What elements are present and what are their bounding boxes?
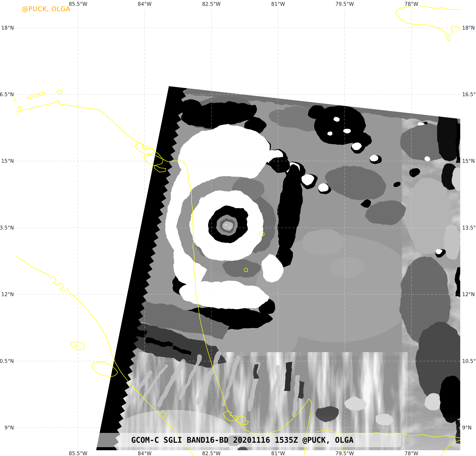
tick-right-10-5n: 10.5°N [462, 358, 476, 364]
tick-left-9n: 9°N [4, 425, 14, 430]
tick-right-15n: 15°N [462, 158, 475, 164]
tick-bottom-85-5w: 85.5°W [69, 451, 87, 456]
tick-left-12n: 12°N [1, 292, 14, 297]
tick-top-79-5w: 79.5°W [335, 1, 354, 7]
tick-left-18n: 18°N [1, 25, 14, 31]
island-roatan [27, 92, 45, 99]
tick-left-15n: 15°N [1, 158, 14, 164]
tick-top-81w: 81°W [271, 1, 285, 7]
satellite-map-figure: @PUCK, OLGA GCOM-C SGLI BAND16-BD 202011… [0, 0, 476, 456]
tick-right-9n: 9°N [462, 425, 472, 430]
tick-bottom-78w: 78°W [404, 451, 418, 456]
tick-bottom-82-5w: 82.5°W [202, 451, 221, 456]
tick-left-13-5n: 13.5°N [0, 225, 14, 231]
tick-top-84w: 84°W [138, 1, 152, 7]
tick-bottom-84w: 84°W [138, 451, 152, 456]
tick-left-16-5n: 16.5°N [0, 92, 14, 97]
map-canvas [0, 0, 476, 456]
storm-tag-annotation: @PUCK, OLGA [22, 5, 70, 13]
tick-right-12n: 12°N [462, 292, 475, 297]
tick-top-78w: 78°W [404, 1, 418, 7]
tick-right-16-5n: 16.5°N [462, 92, 476, 97]
tick-bottom-79-5w: 79.5°W [335, 451, 354, 456]
island-guanaja [57, 90, 63, 94]
figure-title: GCOM-C SGLI BAND16-BD 20201116 1535Z @PU… [131, 436, 354, 444]
title-band: GCOM-C SGLI BAND16-BD 20201116 1535Z @PU… [84, 433, 401, 447]
island-utila [18, 107, 21, 109]
tick-right-18n: 18°N [462, 25, 475, 31]
tick-left-10-5n: 10.5°N [0, 358, 14, 364]
tick-top-85-5w: 85.5°W [69, 1, 87, 7]
tick-top-82-5w: 82.5°W [202, 1, 221, 7]
tick-right-13-5n: 13.5°N [462, 225, 476, 231]
tick-bottom-81w: 81°W [271, 451, 285, 456]
